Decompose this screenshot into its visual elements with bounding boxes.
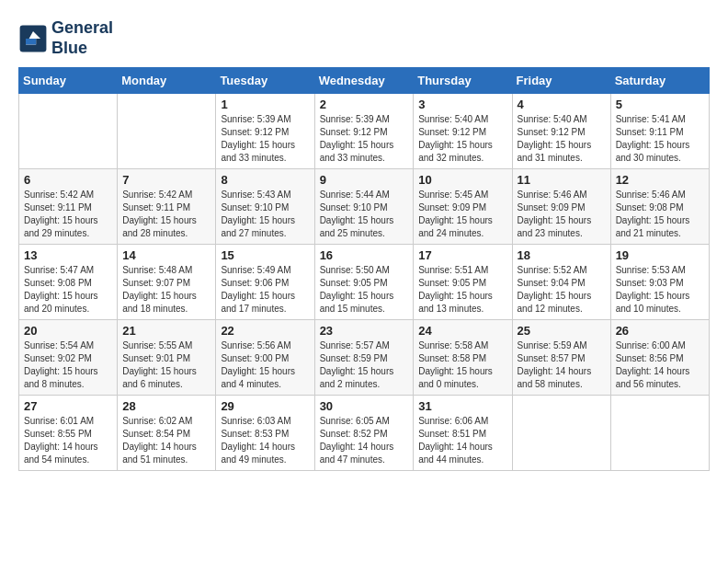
- day-number: 16: [320, 248, 409, 262]
- calendar-cell: [512, 396, 610, 471]
- day-number: 23: [320, 324, 409, 338]
- day-header-sunday: Sunday: [19, 68, 118, 94]
- calendar-cell: 19Sunrise: 5:53 AM Sunset: 9:03 PM Dayli…: [610, 245, 709, 320]
- calendar-cell: 23Sunrise: 5:57 AM Sunset: 8:59 PM Dayli…: [314, 320, 414, 396]
- day-number: 12: [616, 173, 704, 187]
- day-info: Sunrise: 5:55 AM Sunset: 9:01 PM Dayligh…: [122, 339, 210, 391]
- day-number: 24: [418, 324, 506, 338]
- day-number: 13: [24, 248, 112, 262]
- day-number: 26: [616, 324, 704, 338]
- calendar-cell: 7Sunrise: 5:42 AM Sunset: 9:11 PM Daylig…: [118, 169, 216, 245]
- day-number: 3: [418, 98, 506, 111]
- day-number: 19: [616, 248, 704, 262]
- calendar-cell: [610, 396, 709, 471]
- calendar-cell: 6Sunrise: 5:42 AM Sunset: 9:11 PM Daylig…: [19, 169, 118, 245]
- calendar-cell: [19, 94, 118, 169]
- day-info: Sunrise: 5:58 AM Sunset: 8:58 PM Dayligh…: [418, 339, 506, 391]
- calendar-week-5: 27Sunrise: 6:01 AM Sunset: 8:55 PM Dayli…: [19, 396, 710, 471]
- day-number: 14: [122, 248, 210, 262]
- day-number: 4: [518, 98, 606, 111]
- calendar-cell: 15Sunrise: 5:49 AM Sunset: 9:06 PM Dayli…: [216, 245, 314, 320]
- day-info: Sunrise: 5:54 AM Sunset: 9:02 PM Dayligh…: [24, 339, 112, 391]
- day-info: Sunrise: 5:56 AM Sunset: 9:00 PM Dayligh…: [221, 339, 309, 391]
- calendar-cell: 18Sunrise: 5:52 AM Sunset: 9:04 PM Dayli…: [512, 245, 610, 320]
- day-info: Sunrise: 5:43 AM Sunset: 9:10 PM Dayligh…: [221, 189, 309, 240]
- day-info: Sunrise: 6:05 AM Sunset: 8:52 PM Dayligh…: [320, 415, 409, 466]
- logo-icon: [18, 24, 48, 53]
- calendar-cell: 27Sunrise: 6:01 AM Sunset: 8:55 PM Dayli…: [19, 396, 118, 471]
- day-number: 17: [418, 248, 506, 262]
- day-header-friday: Friday: [512, 68, 610, 94]
- calendar-cell: 20Sunrise: 5:54 AM Sunset: 9:02 PM Dayli…: [19, 320, 118, 396]
- day-info: Sunrise: 5:41 AM Sunset: 9:11 PM Dayligh…: [616, 113, 704, 165]
- calendar-cell: 17Sunrise: 5:51 AM Sunset: 9:05 PM Dayli…: [414, 245, 512, 320]
- calendar-cell: 26Sunrise: 6:00 AM Sunset: 8:56 PM Dayli…: [610, 320, 709, 396]
- day-info: Sunrise: 6:03 AM Sunset: 8:53 PM Dayligh…: [221, 415, 309, 466]
- calendar-header-row: SundayMondayTuesdayWednesdayThursdayFrid…: [19, 68, 710, 94]
- calendar-cell: 22Sunrise: 5:56 AM Sunset: 9:00 PM Dayli…: [216, 320, 314, 396]
- day-info: Sunrise: 5:42 AM Sunset: 9:11 PM Dayligh…: [122, 189, 210, 240]
- day-number: 11: [518, 173, 606, 187]
- calendar-cell: 1Sunrise: 5:39 AM Sunset: 9:12 PM Daylig…: [216, 94, 314, 169]
- day-number: 7: [122, 173, 210, 187]
- calendar-week-3: 13Sunrise: 5:47 AM Sunset: 9:08 PM Dayli…: [19, 245, 710, 320]
- day-number: 9: [320, 173, 409, 187]
- calendar-cell: 31Sunrise: 6:06 AM Sunset: 8:51 PM Dayli…: [414, 396, 512, 471]
- day-number: 10: [418, 173, 506, 187]
- day-info: Sunrise: 6:06 AM Sunset: 8:51 PM Dayligh…: [418, 415, 506, 466]
- day-number: 8: [221, 173, 309, 187]
- calendar-cell: 3Sunrise: 5:40 AM Sunset: 9:12 PM Daylig…: [414, 94, 512, 169]
- logo-text: General Blue: [51, 18, 113, 58]
- calendar-cell: 12Sunrise: 5:46 AM Sunset: 9:08 PM Dayli…: [610, 169, 709, 245]
- day-info: Sunrise: 6:02 AM Sunset: 8:54 PM Dayligh…: [122, 415, 210, 466]
- logo: General Blue: [18, 18, 113, 58]
- calendar-cell: 13Sunrise: 5:47 AM Sunset: 9:08 PM Dayli…: [19, 245, 118, 320]
- day-info: Sunrise: 5:39 AM Sunset: 9:12 PM Dayligh…: [320, 113, 409, 165]
- day-number: 21: [122, 324, 210, 338]
- day-info: Sunrise: 5:39 AM Sunset: 9:12 PM Dayligh…: [221, 113, 309, 165]
- day-header-monday: Monday: [118, 68, 216, 94]
- calendar-cell: [118, 94, 216, 169]
- day-number: 18: [518, 248, 606, 262]
- calendar-cell: 16Sunrise: 5:50 AM Sunset: 9:05 PM Dayli…: [314, 245, 414, 320]
- day-number: 5: [616, 98, 704, 111]
- day-info: Sunrise: 5:57 AM Sunset: 8:59 PM Dayligh…: [320, 339, 409, 391]
- day-number: 25: [518, 324, 606, 338]
- day-info: Sunrise: 5:40 AM Sunset: 9:12 PM Dayligh…: [418, 113, 506, 165]
- day-info: Sunrise: 5:42 AM Sunset: 9:11 PM Dayligh…: [24, 189, 112, 240]
- calendar-cell: 29Sunrise: 6:03 AM Sunset: 8:53 PM Dayli…: [216, 396, 314, 471]
- day-info: Sunrise: 5:49 AM Sunset: 9:06 PM Dayligh…: [221, 264, 309, 316]
- day-info: Sunrise: 5:59 AM Sunset: 8:57 PM Dayligh…: [518, 339, 606, 391]
- calendar-week-1: 1Sunrise: 5:39 AM Sunset: 9:12 PM Daylig…: [19, 94, 710, 169]
- calendar-cell: 28Sunrise: 6:02 AM Sunset: 8:54 PM Dayli…: [118, 396, 216, 471]
- calendar-cell: 2Sunrise: 5:39 AM Sunset: 9:12 PM Daylig…: [314, 94, 414, 169]
- day-info: Sunrise: 6:00 AM Sunset: 8:56 PM Dayligh…: [616, 339, 704, 391]
- day-info: Sunrise: 5:53 AM Sunset: 9:03 PM Dayligh…: [616, 264, 704, 316]
- day-number: 28: [122, 399, 210, 413]
- day-info: Sunrise: 5:44 AM Sunset: 9:10 PM Dayligh…: [320, 189, 409, 240]
- svg-rect-2: [26, 39, 36, 44]
- page-header: General Blue: [18, 18, 710, 58]
- calendar-cell: 8Sunrise: 5:43 AM Sunset: 9:10 PM Daylig…: [216, 169, 314, 245]
- calendar-cell: 21Sunrise: 5:55 AM Sunset: 9:01 PM Dayli…: [118, 320, 216, 396]
- calendar-cell: 4Sunrise: 5:40 AM Sunset: 9:12 PM Daylig…: [512, 94, 610, 169]
- day-info: Sunrise: 5:40 AM Sunset: 9:12 PM Dayligh…: [518, 113, 606, 165]
- day-number: 22: [221, 324, 309, 338]
- calendar-cell: 24Sunrise: 5:58 AM Sunset: 8:58 PM Dayli…: [414, 320, 512, 396]
- day-number: 30: [320, 399, 409, 413]
- day-header-wednesday: Wednesday: [314, 68, 414, 94]
- calendar-cell: 10Sunrise: 5:45 AM Sunset: 9:09 PM Dayli…: [414, 169, 512, 245]
- calendar-week-4: 20Sunrise: 5:54 AM Sunset: 9:02 PM Dayli…: [19, 320, 710, 396]
- calendar-cell: 9Sunrise: 5:44 AM Sunset: 9:10 PM Daylig…: [314, 169, 414, 245]
- day-number: 29: [221, 399, 309, 413]
- day-number: 31: [418, 399, 506, 413]
- calendar-cell: 30Sunrise: 6:05 AM Sunset: 8:52 PM Dayli…: [314, 396, 414, 471]
- day-number: 15: [221, 248, 309, 262]
- day-info: Sunrise: 5:46 AM Sunset: 9:08 PM Dayligh…: [616, 189, 704, 240]
- day-info: Sunrise: 5:45 AM Sunset: 9:09 PM Dayligh…: [418, 189, 506, 240]
- day-header-tuesday: Tuesday: [216, 68, 314, 94]
- calendar-cell: 5Sunrise: 5:41 AM Sunset: 9:11 PM Daylig…: [610, 94, 709, 169]
- day-number: 6: [24, 173, 112, 187]
- day-info: Sunrise: 5:52 AM Sunset: 9:04 PM Dayligh…: [518, 264, 606, 316]
- day-info: Sunrise: 5:51 AM Sunset: 9:05 PM Dayligh…: [418, 264, 506, 316]
